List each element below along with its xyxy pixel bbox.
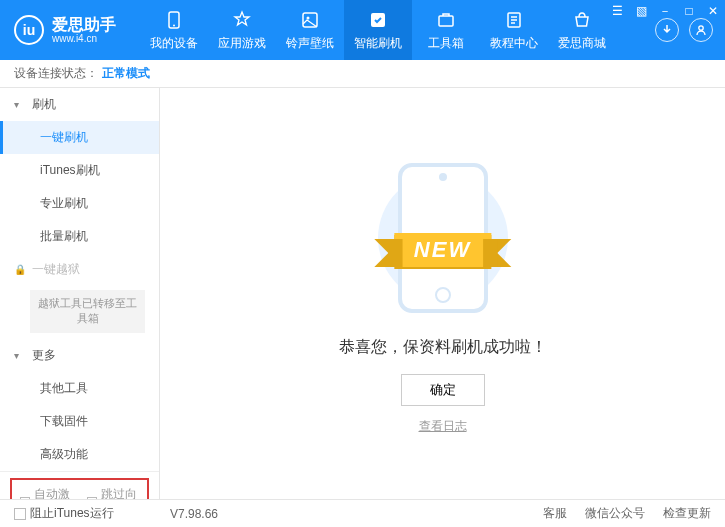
sidebar-section-more-label: 更多 xyxy=(32,347,56,364)
new-ribbon: NEW xyxy=(394,233,491,267)
minimize-icon[interactable]: － xyxy=(653,3,677,20)
topnav-item-5[interactable]: 教程中心 xyxy=(480,0,548,60)
auto-activate-checkbox[interactable]: 自动激活 xyxy=(20,486,73,499)
topnav-item-2[interactable]: 铃声壁纸 xyxy=(276,0,344,60)
brand-name: 爱思助手 xyxy=(52,16,116,34)
topnav-icon xyxy=(367,9,389,31)
menu-icon[interactable]: ☰ xyxy=(605,4,629,18)
topnav-icon xyxy=(299,9,321,31)
topnav-item-4[interactable]: 工具箱 xyxy=(412,0,480,60)
success-message: 恭喜您，保资料刷机成功啦！ xyxy=(339,337,547,358)
sidebar: ▾ 刷机 一键刷机iTunes刷机专业刷机批量刷机 🔒 一键越狱 越狱工具已转移… xyxy=(0,88,160,499)
title-bar: iu 爱思助手 www.i4.cn 我的设备应用游戏铃声壁纸智能刷机工具箱教程中… xyxy=(0,0,725,60)
close-icon[interactable]: ✕ xyxy=(701,4,725,18)
status-prefix: 设备连接状态： xyxy=(14,65,98,82)
success-illustration: NEW xyxy=(353,153,533,323)
sidebar-item-flash-1[interactable]: iTunes刷机 xyxy=(0,154,159,187)
top-nav: 我的设备应用游戏铃声壁纸智能刷机工具箱教程中心爱思商城 xyxy=(140,0,655,60)
topnav-icon xyxy=(435,9,457,31)
topnav-item-0[interactable]: 我的设备 xyxy=(140,0,208,60)
brand: iu 爱思助手 www.i4.cn xyxy=(0,0,140,60)
sidebar-item-more-2[interactable]: 高级功能 xyxy=(0,438,159,471)
collapse-icon: ▾ xyxy=(14,99,28,110)
brand-url: www.i4.cn xyxy=(52,33,116,44)
main-content: NEW 恭喜您，保资料刷机成功啦！ 确定 查看日志 xyxy=(160,88,725,499)
sidebar-section-flash-label: 刷机 xyxy=(32,96,56,113)
brand-logo-icon: iu xyxy=(14,15,44,45)
ok-button[interactable]: 确定 xyxy=(401,374,485,406)
version-label: V7.98.66 xyxy=(170,507,218,521)
sidebar-section-jailbreak: 🔒 一键越狱 xyxy=(0,253,159,286)
sidebar-item-more-0[interactable]: 其他工具 xyxy=(0,372,159,405)
sidebar-item-flash-2[interactable]: 专业刷机 xyxy=(0,187,159,220)
svg-point-1 xyxy=(173,24,175,26)
skin-icon[interactable]: ▧ xyxy=(629,4,653,18)
svg-point-3 xyxy=(307,16,310,19)
sidebar-section-more[interactable]: ▾ 更多 xyxy=(0,339,159,372)
svg-point-7 xyxy=(699,26,703,30)
lock-icon: 🔒 xyxy=(14,264,28,275)
footer: 阻止iTunes运行 V7.98.66 客服微信公众号检查更新 xyxy=(0,499,725,527)
maximize-icon[interactable]: □ xyxy=(677,4,701,18)
topnav-icon xyxy=(503,9,525,31)
jailbreak-note: 越狱工具已转移至工具箱 xyxy=(30,290,145,333)
device-status-bar: 设备连接状态： 正常模式 xyxy=(0,60,725,88)
collapse-icon: ▾ xyxy=(14,350,28,361)
block-itunes-checkbox[interactable]: 阻止iTunes运行 xyxy=(14,505,114,522)
sidebar-item-flash-0[interactable]: 一键刷机 xyxy=(0,121,159,154)
topnav-icon xyxy=(231,9,253,31)
topnav-icon xyxy=(571,9,593,31)
window-controls: ☰ ▧ － □ ✕ xyxy=(605,0,725,22)
footer-link-0[interactable]: 客服 xyxy=(543,505,567,522)
footer-link-2[interactable]: 检查更新 xyxy=(663,505,711,522)
view-log-link[interactable]: 查看日志 xyxy=(419,418,467,435)
svg-rect-5 xyxy=(439,16,453,26)
topnav-item-3[interactable]: 智能刷机 xyxy=(344,0,412,60)
topnav-item-1[interactable]: 应用游戏 xyxy=(208,0,276,60)
sidebar-section-flash[interactable]: ▾ 刷机 xyxy=(0,88,159,121)
sidebar-item-more-1[interactable]: 下载固件 xyxy=(0,405,159,438)
skip-setup-checkbox[interactable]: 跳过向导 xyxy=(87,486,140,499)
footer-link-1[interactable]: 微信公众号 xyxy=(585,505,645,522)
activation-options-highlight: 自动激活 跳过向导 xyxy=(10,478,149,499)
topnav-icon xyxy=(163,9,185,31)
sidebar-item-flash-3[interactable]: 批量刷机 xyxy=(0,220,159,253)
status-mode: 正常模式 xyxy=(102,65,150,82)
sidebar-section-jailbreak-label: 一键越狱 xyxy=(32,261,80,278)
